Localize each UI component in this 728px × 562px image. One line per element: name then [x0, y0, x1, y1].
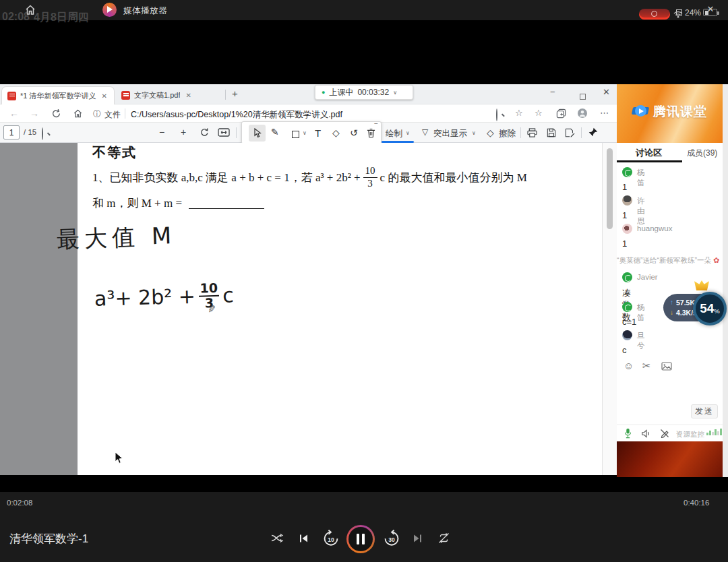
- highlight-icon[interactable]: ▽: [422, 127, 428, 137]
- browser-minimize-button[interactable]: −: [550, 87, 555, 97]
- network-monitor-widget[interactable]: ↑57.5K/s ↓4.3K/s 54 %: [663, 280, 728, 334]
- current-time: 0:02:08: [7, 499, 32, 507]
- scrollbar-thumb[interactable]: [607, 148, 613, 229]
- download-arrow-icon: ↓: [670, 309, 673, 316]
- live-dot-icon: ●: [322, 89, 325, 96]
- browser-maximize-button[interactable]: [580, 90, 586, 102]
- pdf-canvas[interactable]: 不等式 1、已知非负实数 a,b,c 满足 a + b + c = 1，若 a³…: [0, 143, 617, 475]
- page-number-input[interactable]: 1: [3, 125, 20, 139]
- video-title: 清华领军数学-1: [9, 531, 88, 547]
- fit-width-icon[interactable]: [218, 128, 230, 137]
- previous-track-icon[interactable]: [299, 534, 309, 543]
- highlight-label[interactable]: 突出显示: [433, 128, 467, 139]
- pdf-scrollbar[interactable]: [602, 143, 617, 475]
- collections-icon[interactable]: [556, 108, 566, 119]
- tab-pdf-doc[interactable]: 文字文稿1.pdf ✕: [116, 86, 224, 104]
- forward-30-button[interactable]: 30: [383, 530, 400, 547]
- class-timer-widget[interactable]: ● 上课中 00:03:32 ∨: [315, 85, 413, 100]
- mic-icon[interactable]: [624, 428, 632, 439]
- question-line2: 和 m，则 M + m =: [92, 195, 264, 211]
- zoom-in-icon[interactable]: +: [181, 127, 186, 137]
- section-title: 不等式: [92, 144, 137, 162]
- browser-close-button[interactable]: ✕: [603, 87, 610, 97]
- forward-icon[interactable]: →: [30, 108, 39, 119]
- info-icon[interactable]: ⓘ: [93, 108, 101, 120]
- mouse-cursor-icon: [115, 451, 123, 464]
- back-icon[interactable]: ←: [9, 108, 19, 119]
- pdf-file-icon: [121, 91, 130, 100]
- zoom-out-icon[interactable]: −: [159, 127, 164, 137]
- new-tab-button[interactable]: +: [232, 88, 238, 99]
- image-icon[interactable]: [661, 362, 672, 371]
- annotation-minimize-icon[interactable]: −: [374, 120, 378, 127]
- rewind-10-button[interactable]: 10: [322, 530, 340, 547]
- timer-chevron-icon[interactable]: ∨: [393, 90, 397, 96]
- pin-icon[interactable]: [588, 127, 598, 137]
- no-draw-icon[interactable]: [660, 429, 669, 438]
- shuffle-icon[interactable]: [271, 533, 284, 543]
- tab-title: 文字文稿1.pdf: [134, 90, 180, 100]
- sender-name: huangwux: [637, 224, 672, 232]
- tab-discussion[interactable]: 讨论区: [636, 147, 662, 159]
- tab-close-icon[interactable]: ✕: [184, 92, 192, 99]
- trash-tool-icon[interactable]: [367, 128, 375, 138]
- avatar: [622, 330, 632, 340]
- shape-tool-icon[interactable]: [292, 129, 299, 141]
- percent-value: 54: [700, 301, 714, 316]
- avatar: [622, 195, 632, 206]
- pen-tool-icon[interactable]: ✎: [271, 127, 279, 137]
- eraser-tool-icon[interactable]: ◇: [332, 127, 340, 138]
- save-as-icon[interactable]: [565, 128, 575, 137]
- next-track-icon[interactable]: [413, 534, 423, 543]
- avatar: [622, 224, 632, 234]
- handwriting-line1: 最大值 M: [56, 220, 177, 255]
- recording-indicator: [639, 9, 670, 20]
- undo-tool-icon[interactable]: ↺: [350, 127, 358, 138]
- highlight-chevron-icon[interactable]: ∨: [472, 130, 476, 136]
- url-field[interactable]: C:/Users/asus-pc/Desktop/1%20清华新领军数学讲义.p…: [131, 109, 342, 121]
- browser-menu-icon[interactable]: ⋯: [600, 108, 609, 118]
- rotate-icon[interactable]: [200, 127, 210, 137]
- pause-button[interactable]: [346, 525, 375, 553]
- active-tab-indicator: [617, 160, 682, 162]
- draw-tool-label[interactable]: 绘制: [386, 128, 402, 139]
- favorites-icon[interactable]: ☆: [515, 108, 523, 118]
- total-time: 0:40:16: [684, 499, 709, 507]
- tab-title: *1 清华新领军数学讲义.pdf: [20, 91, 96, 101]
- favorites-bar-icon[interactable]: ☆: [535, 108, 543, 118]
- erase-label[interactable]: 擦除: [499, 128, 516, 139]
- tab-close-icon[interactable]: ✕: [100, 92, 109, 100]
- sender-name: 杨笛: [637, 168, 645, 188]
- sender-name: Javier: [637, 273, 658, 281]
- find-icon[interactable]: [496, 108, 497, 121]
- browser-home-icon[interactable]: [73, 108, 83, 119]
- tab-pdf-lecture[interactable]: *1 清华新领军数学讲义.pdf ✕: [1, 86, 115, 104]
- player-bar: 0:02:08 0:40:16 清华领军数学-1 10 30: [0, 492, 728, 562]
- brand-row: 腾讯课堂: [617, 103, 723, 121]
- pdf-search-icon[interactable]: [42, 127, 43, 140]
- cursor-tool-icon[interactable]: [253, 128, 262, 138]
- save-icon[interactable]: [547, 128, 556, 137]
- message-text: 1: [622, 210, 627, 220]
- send-button[interactable]: 发送: [691, 404, 718, 418]
- tab-members[interactable]: 成员(39): [687, 148, 717, 159]
- address-bar: ← → ⓘ 文件 C:/Users/asus-pc/Desktop/1%20清华…: [0, 104, 617, 123]
- annotation-toolbar: ✎ ∨ T ◇ ↺ −: [241, 121, 382, 144]
- text-tool-icon[interactable]: T: [315, 127, 321, 139]
- reload-icon[interactable]: [51, 108, 61, 119]
- emoji-icon[interactable]: ☺: [624, 360, 634, 371]
- speaker-icon[interactable]: [641, 429, 652, 438]
- profile-avatar-icon[interactable]: [577, 108, 588, 119]
- print-icon[interactable]: [527, 128, 537, 137]
- crown-icon: [694, 280, 709, 290]
- media-player-titlebar: 媒体播放器 − ✕: [0, 0, 728, 20]
- wifi-icon: [673, 11, 683, 18]
- classroom-banner-top: 腾讯课堂: [617, 84, 723, 143]
- draw-chevron-icon[interactable]: ∨: [406, 130, 410, 136]
- erase-icon[interactable]: ◇: [487, 127, 494, 138]
- shape-chevron-icon[interactable]: ∨: [303, 130, 307, 136]
- screenshot-scissors-icon[interactable]: ✂: [642, 360, 651, 372]
- repeat-off-icon[interactable]: [438, 532, 450, 544]
- tencent-classroom-logo-icon: [632, 105, 648, 119]
- browser-tabbar: *1 清华新领军数学讲义.pdf ✕ 文字文稿1.pdf ✕ + − ✕: [0, 84, 617, 104]
